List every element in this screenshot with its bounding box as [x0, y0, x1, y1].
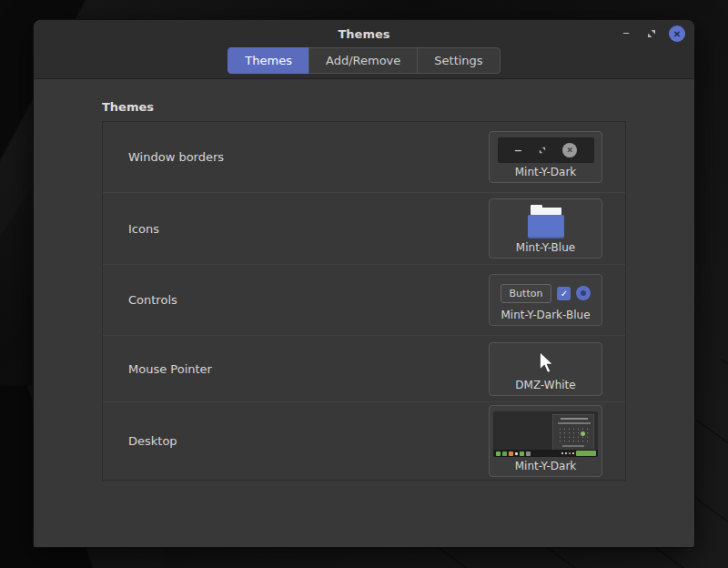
close-button[interactable]: ✕: [667, 24, 687, 44]
minimize-button[interactable]: −: [616, 24, 636, 44]
mini-clock: [576, 451, 596, 456]
mini-close-icon: ✕: [562, 143, 577, 157]
maximize-icon: [647, 29, 656, 38]
mini-calendar: [552, 414, 594, 451]
selected-theme-name: Mint-Y-Dark: [515, 460, 577, 472]
desktop-wallpaper: Themes − ✕ Themes Add: [0, 0, 728, 568]
checkbox-icon: ✓: [557, 287, 571, 300]
row-desktop: Desktop: [103, 401, 625, 480]
desktop-picker-button[interactable]: Mint-Y-Dark: [489, 405, 602, 477]
row-controls: Controls Button ✓ Mint-Y-Dark-Blue: [103, 264, 625, 335]
mouse-pointer-picker-button[interactable]: DMZ-White: [489, 342, 602, 396]
row-mouse-pointer: Mouse Pointer DMZ-White: [103, 335, 625, 401]
selected-theme-name: Mint-Y-Dark-Blue: [500, 309, 590, 321]
selected-theme-name: DMZ-White: [515, 379, 575, 391]
radio-icon: [576, 286, 591, 300]
controls-picker-button[interactable]: Button ✓ Mint-Y-Dark-Blue: [489, 274, 602, 326]
mini-taskbar: [493, 450, 598, 457]
themes-list: Window borders − ✕ Mint-Y-Dark: [102, 121, 626, 481]
tab-themes[interactable]: Themes: [228, 47, 309, 74]
sample-button: Button: [500, 284, 552, 303]
themes-window: Themes − ✕ Themes Add: [34, 20, 694, 547]
row-icons: Icons Mint-Y-Blue: [103, 192, 625, 264]
selected-theme-name: Mint-Y-Dark: [515, 166, 577, 178]
row-label: Mouse Pointer: [128, 362, 212, 376]
row-label: Icons: [128, 222, 159, 236]
section-header: Themes: [102, 100, 694, 114]
cursor-icon: [537, 349, 555, 376]
minimize-icon: −: [622, 29, 630, 38]
window-border-preview: − ✕: [498, 137, 594, 163]
window-title: Themes: [338, 27, 389, 41]
tab-add-remove[interactable]: Add/Remove: [308, 47, 418, 74]
row-label: Desktop: [128, 434, 177, 448]
window-controls: − ✕: [616, 20, 687, 47]
selected-theme-name: Mint-Y-Blue: [516, 241, 575, 254]
icons-picker-button[interactable]: Mint-Y-Blue: [489, 198, 602, 259]
row-window-borders: Window borders − ✕ Mint-Y-Dark: [103, 122, 625, 192]
titlebar[interactable]: Themes − ✕: [34, 20, 694, 47]
window-borders-picker-button[interactable]: − ✕ Mint-Y-Dark: [489, 131, 602, 183]
mini-calendar-today: [581, 431, 585, 436]
close-icon: ✕: [669, 25, 685, 42]
controls-preview: Button ✓: [500, 280, 592, 306]
row-label: Controls: [128, 293, 177, 307]
tab-switcher: Themes Add/Remove Settings: [34, 47, 694, 78]
headerbar: Themes − ✕ Themes Add: [34, 20, 694, 79]
mini-maximize-icon: [539, 147, 546, 154]
maximize-button[interactable]: [642, 24, 662, 44]
folder-icon: [526, 205, 566, 238]
row-label: Window borders: [128, 150, 224, 164]
content-area: Themes Window borders − ✕ Mint-Y-Dark: [34, 79, 694, 547]
desktop-screenshot-preview: [493, 411, 598, 457]
tab-settings[interactable]: Settings: [417, 47, 500, 74]
mini-minimize-icon: −: [514, 145, 522, 157]
